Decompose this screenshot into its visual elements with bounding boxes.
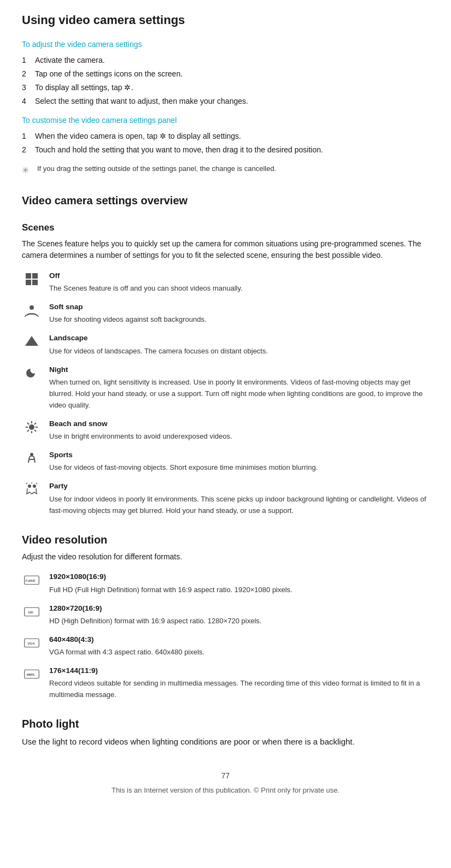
scene-landscape-icon bbox=[22, 333, 42, 349]
res-fullhd-desc: Full HD (Full High Definition) format wi… bbox=[49, 586, 292, 594]
scenes-list: Off The Scenes feature is off and you ca… bbox=[22, 270, 429, 516]
scene-beach-icon bbox=[22, 418, 42, 435]
resolution-title: Video resolution bbox=[22, 532, 429, 548]
scene-softsnap-label: Soft snap bbox=[49, 302, 207, 312]
scene-landscape: Landscape Use for videos of landscapes. … bbox=[22, 333, 429, 356]
res-vga-icon: VGA bbox=[22, 634, 42, 651]
scene-landscape-desc: Use for videos of landscapes. The camera… bbox=[49, 347, 268, 355]
svg-text:FullHD: FullHD bbox=[26, 579, 36, 582]
svg-text:MMS: MMS bbox=[27, 672, 35, 676]
customise-step-1: 1 When the video camera is open, tap ✲ t… bbox=[22, 131, 429, 142]
scene-off-label: Off bbox=[49, 270, 243, 281]
res-mms-icon: MMS bbox=[22, 665, 42, 682]
page-title: Using video camera settings bbox=[22, 11, 429, 29]
svg-point-4 bbox=[30, 305, 34, 310]
resolution-desc: Adjust the video resolution for differen… bbox=[22, 551, 429, 563]
scene-night-icon bbox=[22, 364, 42, 381]
scene-night: Night When turned on, light sensitivity … bbox=[22, 364, 429, 411]
footer: 77 This is an Internet version of this p… bbox=[22, 770, 429, 796]
adjust-step-1: 1 Activate the camera. bbox=[22, 55, 429, 66]
svg-point-15 bbox=[30, 453, 33, 456]
scene-softsnap-icon bbox=[22, 302, 42, 318]
res-hd: HD 1280×720(16:9) HD (High Definition) f… bbox=[22, 603, 429, 627]
scene-sports-label: Sports bbox=[49, 450, 318, 460]
res-hd-desc: HD (High Definition) format with 16:9 as… bbox=[49, 617, 261, 625]
adjust-steps: 1 Activate the camera. 2 Tap one of the … bbox=[22, 55, 429, 107]
res-hd-icon: HD bbox=[22, 603, 42, 619]
scene-sports-icon bbox=[22, 450, 42, 466]
svg-rect-3 bbox=[32, 280, 38, 285]
customise-link[interactable]: To customise the video camera settings p… bbox=[22, 115, 429, 126]
svg-line-19 bbox=[36, 483, 37, 484]
scene-off-desc: The Scenes feature is off and you can sh… bbox=[49, 284, 243, 292]
scene-beach-label: Beach and snow bbox=[49, 418, 232, 429]
res-mms: MMS 176×144(11:9) Record videos suitable… bbox=[22, 665, 429, 700]
customise-step-2: 2 Touch and hold the setting that you wa… bbox=[22, 144, 429, 156]
customise-steps: 1 When the video camera is open, tap ✲ t… bbox=[22, 131, 429, 156]
svg-line-11 bbox=[27, 423, 29, 424]
res-mms-desc: Record videos suitable for sending in mu… bbox=[49, 679, 420, 699]
scene-beach-desc: Use in bright environments to avoid unde… bbox=[49, 432, 232, 440]
scene-party: Party Use for indoor videos in poorly li… bbox=[22, 481, 429, 516]
svg-point-17 bbox=[33, 485, 36, 488]
res-fullhd-label: 1920×1080(16:9) bbox=[49, 571, 292, 582]
svg-text:HD: HD bbox=[28, 610, 33, 614]
svg-line-14 bbox=[27, 430, 29, 432]
scene-landscape-label: Landscape bbox=[49, 333, 268, 344]
tip-block: ✳ If you drag the setting outside of the… bbox=[22, 163, 429, 177]
scene-off: Off The Scenes feature is off and you ca… bbox=[22, 270, 429, 294]
scene-beach: Beach and snow Use in bright environment… bbox=[22, 418, 429, 442]
tip-text: If you drag the setting outside of the s… bbox=[37, 163, 276, 174]
res-hd-label: 1280×720(16:9) bbox=[49, 603, 261, 614]
svg-rect-0 bbox=[26, 273, 31, 279]
res-vga-desc: VGA format with 4:3 aspect ratio. 640x48… bbox=[49, 648, 204, 656]
adjust-step-2: 2 Tap one of the settings icons on the s… bbox=[22, 68, 429, 80]
overview-title: Video camera settings overview bbox=[22, 192, 429, 209]
adjust-step-3: 3 To display all settings, tap ✲. bbox=[22, 82, 429, 93]
scenes-desc: The Scenes feature helps you to quickly … bbox=[22, 238, 429, 262]
svg-line-18 bbox=[26, 483, 27, 484]
scene-off-icon bbox=[22, 270, 42, 287]
res-vga-label: 640×480(4:3) bbox=[49, 634, 204, 645]
footer-note: This is an Internet version of this publ… bbox=[112, 786, 339, 794]
scene-softsnap: Soft snap Use for shooting videos agains… bbox=[22, 302, 429, 325]
scene-softsnap-desc: Use for shooting videos against soft bac… bbox=[49, 315, 207, 323]
scene-night-desc: When turned on, light sensitivity is inc… bbox=[49, 378, 423, 409]
scene-night-label: Night bbox=[49, 364, 429, 375]
svg-marker-5 bbox=[25, 336, 38, 346]
adjust-step-4: 4 Select the setting that want to adjust… bbox=[22, 96, 429, 107]
svg-point-16 bbox=[28, 485, 31, 488]
svg-rect-2 bbox=[26, 280, 31, 285]
photolight-desc: Use the light to record videos when ligh… bbox=[22, 735, 429, 748]
photolight-title: Photo light bbox=[22, 716, 429, 732]
scene-party-desc: Use for indoor videos in poorly lit envi… bbox=[49, 495, 426, 515]
scene-party-icon bbox=[22, 481, 42, 497]
scenes-title: Scenes bbox=[22, 221, 429, 235]
res-mms-label: 176×144(11:9) bbox=[49, 665, 429, 676]
scene-party-label: Party bbox=[49, 481, 429, 492]
tip-icon: ✳ bbox=[22, 164, 33, 177]
res-fullhd: FullHD 1920×1080(16:9) Full HD (Full Hig… bbox=[22, 571, 429, 595]
scene-sports: Sports Use for videos of fast-moving obj… bbox=[22, 450, 429, 473]
svg-line-13 bbox=[34, 423, 36, 424]
resolution-list: FullHD 1920×1080(16:9) Full HD (Full Hig… bbox=[22, 571, 429, 700]
adjust-link[interactable]: To adjust the video camera settings bbox=[22, 39, 429, 50]
svg-line-12 bbox=[34, 430, 36, 432]
svg-rect-1 bbox=[32, 273, 38, 279]
page-number: 77 bbox=[22, 770, 429, 782]
res-fullhd-icon: FullHD bbox=[22, 571, 42, 588]
res-vga: VGA 640×480(4:3) VGA format with 4:3 asp… bbox=[22, 634, 429, 658]
svg-text:VGA: VGA bbox=[27, 641, 35, 645]
svg-point-10 bbox=[29, 424, 34, 430]
scene-sports-desc: Use for videos of fast-moving objects. S… bbox=[49, 463, 318, 471]
